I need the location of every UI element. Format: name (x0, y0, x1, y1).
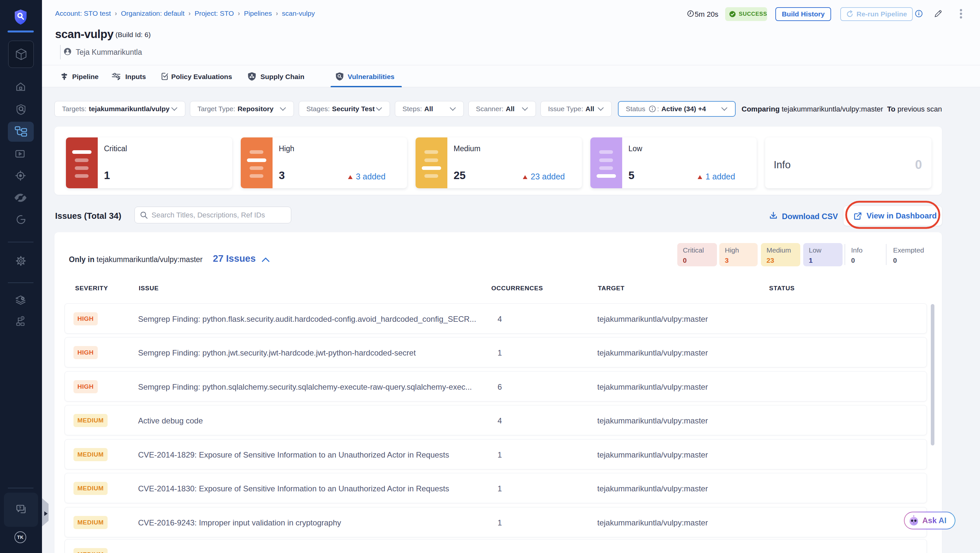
svg-text:?: ? (19, 506, 21, 510)
